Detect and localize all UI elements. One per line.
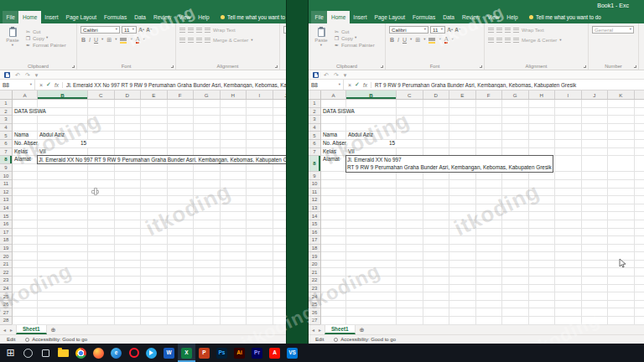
font-family-select[interactable]: Calibri ▾ <box>389 26 428 34</box>
cell-B7[interactable]: VII <box>346 148 355 156</box>
row-header-20[interactable]: 20 <box>309 261 320 269</box>
column-header-I[interactable]: I <box>555 90 582 99</box>
font-color-icon[interactable]: A <box>136 36 140 44</box>
row-header-9[interactable]: 9 <box>309 172 320 180</box>
sheet-nav-left-icon[interactable]: ◄ <box>311 328 315 333</box>
row-header-24[interactable]: 24 <box>309 292 320 301</box>
row-header-19[interactable]: 19 <box>0 245 12 253</box>
row-header-21[interactable]: 21 <box>0 261 12 269</box>
row-header-16[interactable]: 16 <box>309 229 320 237</box>
row-header-3[interactable]: 3 <box>0 116 12 124</box>
sheet-tab[interactable]: Sheet1 <box>325 325 356 334</box>
taskbar-button-chrome[interactable] <box>72 344 90 362</box>
grid-main[interactable]: DATA SISWANamaAbdul AzizNo. Absen15Kelas… <box>13 100 286 324</box>
cell-A2[interactable]: DATA SISWA <box>321 108 355 116</box>
dialog-launcher-icon[interactable] <box>584 65 586 68</box>
sheet-nav-right-icon[interactable]: ► <box>318 328 322 333</box>
font-size-select[interactable]: 11 ▾ <box>122 26 137 34</box>
ribbon-tab-review[interactable]: Review <box>458 11 483 23</box>
qat-customize-icon[interactable]: ▾ <box>35 72 39 78</box>
column-header-J[interactable]: J <box>582 90 609 99</box>
select-all-corner[interactable] <box>0 90 13 99</box>
row-header-15[interactable]: 15 <box>0 212 12 220</box>
fill-color-icon[interactable] <box>428 37 435 44</box>
column-header-E[interactable]: E <box>449 90 476 99</box>
ribbon-tab-data[interactable]: Data <box>439 11 459 23</box>
ribbon-tab-view[interactable]: View <box>175 11 195 23</box>
row-header-27[interactable]: 27 <box>309 317 320 325</box>
taskbar-button-vscode[interactable]: VS <box>283 344 301 362</box>
row-header-26[interactable]: 26 <box>0 301 12 309</box>
cell-A6[interactable]: No. Absen <box>321 140 348 147</box>
ribbon-tab-review[interactable]: Review <box>149 11 174 23</box>
ribbon-tab-home[interactable]: Home <box>327 11 349 23</box>
row-header-26[interactable]: 26 <box>309 308 320 317</box>
row-header-6[interactable]: 6 <box>309 140 320 148</box>
row-header-2[interactable]: 2 <box>309 108 320 116</box>
column-header-D[interactable]: D <box>423 90 450 99</box>
column-header-I[interactable]: I <box>247 90 273 99</box>
row-header-7[interactable]: 7 <box>0 148 12 157</box>
number-format-select[interactable]: General ▾ <box>283 26 286 34</box>
merge-center-label[interactable]: Merge & Center <box>522 38 557 43</box>
merge-center-label[interactable]: Merge & Center <box>213 38 248 43</box>
row-header-17[interactable]: 17 <box>0 229 12 237</box>
align-top-icon[interactable] <box>179 28 185 33</box>
row-header-12[interactable]: 12 <box>0 189 12 197</box>
new-sheet-icon[interactable]: ⊕ <box>360 327 365 334</box>
sheet-nav-left-icon[interactable]: ◄ <box>3 328 7 333</box>
formula-input[interactable]: RT 9 RW 9 Perumahan Graha Bunder Asri, K… <box>371 82 644 88</box>
wrap-text-icon[interactable] <box>205 28 210 33</box>
column-header-G[interactable]: G <box>194 90 221 99</box>
formula-input[interactable]: Jl. Emerald XX No 997 RT 9 RW 9 Perumaha… <box>63 82 286 88</box>
ribbon-tab-page-layout[interactable]: Page Layout <box>62 11 101 23</box>
column-header-L[interactable]: L <box>635 90 644 99</box>
row-header-1[interactable]: 1 <box>309 100 320 108</box>
cell-A2[interactable]: DATA SISWA <box>13 108 46 116</box>
taskbar-button-search[interactable] <box>19 344 37 362</box>
row-header-6[interactable]: 6 <box>0 140 12 148</box>
ribbon-tab-insert[interactable]: Insert <box>350 11 371 23</box>
cell-A7[interactable]: Kelas <box>13 148 28 156</box>
taskbar-button-photoshop[interactable]: Ps <box>213 344 231 362</box>
row-header-1[interactable]: 1 <box>0 100 12 108</box>
underline-button[interactable]: U <box>402 37 407 44</box>
row-header-22[interactable]: 22 <box>0 268 12 277</box>
column-header-K[interactable]: K <box>608 90 635 99</box>
font-size-select[interactable]: 11 ▾ <box>430 26 445 34</box>
align-right-icon[interactable] <box>505 38 511 43</box>
ribbon-tab-insert[interactable]: Insert <box>41 11 62 23</box>
merge-center-icon[interactable] <box>513 38 519 43</box>
row-header-20[interactable]: 20 <box>0 252 12 261</box>
copy-button[interactable]: ❐ Copy ▾ <box>334 35 375 41</box>
cell-A6[interactable]: No. Absen <box>13 140 39 147</box>
column-header-C[interactable]: C <box>88 90 115 99</box>
column-header-C[interactable]: C <box>397 90 423 99</box>
italic-button[interactable]: I <box>397 37 399 44</box>
row-header-18[interactable]: 18 <box>0 236 12 245</box>
align-bottom-icon[interactable] <box>196 28 202 33</box>
row-header-3[interactable]: 3 <box>309 116 320 124</box>
copy-button[interactable]: ❐ Copy ▾ <box>25 35 66 41</box>
borders-icon[interactable]: ⊞ <box>415 37 420 44</box>
taskbar-button-premiere[interactable]: Pr <box>248 344 266 362</box>
format-painter-button[interactable]: ✒ Format Painter <box>25 42 66 48</box>
row-header-7[interactable]: 7 <box>309 148 320 157</box>
dialog-launcher-icon[interactable] <box>275 65 278 68</box>
taskbar-button-opera[interactable] <box>125 344 143 362</box>
merge-center-icon[interactable] <box>205 38 210 43</box>
row-header-27[interactable]: 27 <box>0 308 12 317</box>
paste-button[interactable]: Paste ▾ <box>312 26 330 60</box>
redo-icon[interactable]: ↷ <box>334 72 339 78</box>
column-header-A[interactable]: A <box>321 90 346 99</box>
taskbar-button-acrobat[interactable]: A <box>266 344 283 362</box>
new-sheet-icon[interactable]: ⊕ <box>51 327 56 334</box>
taskbar-button-edge[interactable]: e <box>107 344 125 362</box>
ribbon-tab-home[interactable]: Home <box>18 11 40 23</box>
format-painter-button[interactable]: ✒ Format Painter <box>334 42 375 48</box>
row-header-18[interactable]: 18 <box>309 245 320 253</box>
borders-icon[interactable]: ⊞ <box>106 37 112 44</box>
row-header-10[interactable]: 10 <box>309 180 320 189</box>
bold-button[interactable]: B <box>81 37 86 44</box>
align-left-icon[interactable] <box>488 38 494 43</box>
